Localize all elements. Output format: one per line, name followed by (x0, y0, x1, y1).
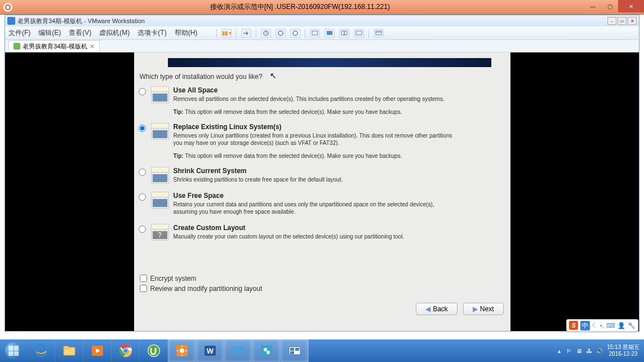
tray-volume-icon[interactable]: 🔊 (596, 347, 603, 355)
taskbar-media[interactable] (83, 339, 112, 362)
vmware-menubar: 文件(F) 编辑(E) 查看(V) 虚拟机(M) 选项卡(T) 帮助(H) ▮▮… (5, 27, 639, 40)
option-title: Use All Space (174, 86, 506, 94)
tray-clock[interactable]: 15:13 星期五 2016-12-23 (607, 344, 639, 357)
toolbar-snapshot-icon[interactable] (261, 29, 271, 38)
taskbar-explorer[interactable] (55, 339, 83, 362)
maximize-button[interactable]: ▢ (601, 0, 618, 12)
option-title: Replace Existing Linux System(s) (174, 123, 506, 131)
svg-rect-7 (344, 31, 347, 35)
encrypt-checkbox[interactable] (140, 275, 147, 282)
menu-file[interactable]: 文件(F) (8, 28, 30, 38)
menu-vm[interactable]: 虚拟机(M) (99, 28, 130, 38)
ime-moon-icon[interactable]: ☾ (592, 322, 598, 329)
menu-edit[interactable]: 编辑(E) (38, 28, 61, 38)
radio-use-all-space[interactable] (139, 88, 146, 95)
toolbar-library-icon[interactable] (374, 29, 384, 38)
review-checkbox-row[interactable]: Review and modify partitioning layout (140, 285, 505, 293)
ime-lang-badge[interactable]: 中 (580, 321, 590, 330)
vmware-maximize-button[interactable]: ▭ (618, 17, 627, 25)
svg-rect-37 (295, 348, 299, 351)
toolbar-send-icon[interactable] (241, 29, 251, 38)
radio-custom[interactable] (139, 226, 146, 233)
option-shrink[interactable]: Shrink Current System Shrinks existing p… (139, 167, 506, 184)
option-replace-linux[interactable]: Replace Existing Linux System(s) Removes… (139, 123, 506, 159)
minimize-button[interactable]: — (584, 0, 601, 12)
tray-display-icon[interactable]: 🖥 (575, 347, 583, 355)
vmware-app-icon (7, 17, 15, 25)
ime-keyboard-icon[interactable]: ⌨ (606, 322, 615, 329)
start-button[interactable] (0, 339, 27, 362)
menu-help[interactable]: 帮助(H) (175, 28, 198, 38)
taskbar-vmware[interactable] (281, 339, 309, 362)
taskbar-chrome[interactable] (112, 339, 140, 362)
svg-rect-38 (290, 351, 294, 354)
option-custom[interactable]: Create Custom Layout Manually create you… (139, 224, 506, 241)
taskbar-app1[interactable] (252, 339, 281, 362)
toolbar-screen2-icon[interactable] (325, 29, 335, 38)
review-label: Review and modify partitioning layout (150, 285, 263, 293)
taskbar-utorrent[interactable] (140, 339, 168, 362)
guest-display[interactable]: ↖ Which type of installation would you l… (5, 52, 639, 331)
vmware-tab-strip: 老男孩教育34期-模版机 ✕ (5, 40, 639, 52)
vmware-close-button[interactable]: ✕ (628, 17, 637, 25)
svg-rect-31 (237, 354, 240, 355)
disk-icon (151, 167, 169, 184)
toolbar-revert-icon[interactable] (276, 29, 286, 38)
arrow-right-icon: ▶ (473, 305, 478, 313)
close-button[interactable]: ✕ (618, 0, 644, 12)
svg-point-33 (264, 348, 267, 351)
svg-point-11 (35, 345, 47, 356)
taskbar-display[interactable] (224, 339, 252, 362)
ime-toolbar[interactable]: S 中 ☾ •, ⌨ 👤 🔧 (566, 319, 638, 332)
toolbar-pause-icon[interactable]: ▮▮ ▾ (221, 29, 232, 38)
option-use-all-space[interactable]: Use All Space Removes all partitions on … (139, 86, 506, 115)
remote-viewer-titlebar: 接收演示或示范中[N] .USER-20160920FW(192.168.11.… (0, 0, 644, 15)
installer-banner (168, 58, 491, 67)
svg-point-23 (180, 348, 184, 353)
radio-shrink[interactable] (139, 169, 146, 176)
remote-viewer-title: 接收演示或示范中[N] .USER-20160920FW(192.168.11.… (16, 2, 584, 12)
toolbar-screen1-icon[interactable] (310, 29, 320, 38)
next-button[interactable]: ▶ Next (463, 303, 504, 315)
vm-tab[interactable]: 老男孩教育34期-模版机 ✕ (8, 40, 100, 52)
svg-rect-9 (376, 31, 381, 35)
menu-view[interactable]: 查看(V) (69, 28, 91, 38)
tray-flag-icon[interactable]: 🏳 (565, 347, 573, 355)
svg-point-34 (267, 351, 270, 354)
vm-tab-label: 老男孩教育34期-模版机 (23, 42, 87, 51)
svg-point-0 (6, 5, 10, 10)
encrypt-checkbox-row[interactable]: Encrypt system (140, 275, 505, 282)
vmware-title: 老男孩教育34期-模版机 - VMware Workstation (17, 17, 607, 25)
disk-icon (151, 192, 169, 209)
option-desc: Removes all partitions on the selected d… (174, 95, 455, 103)
taskbar: W ▴ 🏳 🖥 🖧 🔊 15:13 星期五 2016-12-23 (0, 339, 644, 362)
tray-network-icon[interactable]: 🖧 (585, 347, 593, 355)
svg-rect-36 (290, 348, 294, 351)
option-desc: Shrinks existing partitions to create fr… (174, 176, 455, 184)
svg-point-3 (293, 31, 297, 36)
encrypt-label: Encrypt system (150, 275, 197, 282)
option-free-space[interactable]: Use Free Space Retains your current data… (139, 192, 506, 216)
toolbar-unity-icon[interactable] (339, 29, 349, 38)
radio-free-space[interactable] (139, 193, 146, 201)
vmware-minimize-button[interactable]: – (607, 17, 616, 25)
ime-user-icon[interactable]: 👤 (618, 322, 625, 329)
svg-rect-5 (327, 31, 332, 35)
tray-up-icon[interactable]: ▴ (555, 347, 563, 355)
svg-rect-6 (341, 31, 344, 35)
back-button[interactable]: ◀ Back (416, 303, 458, 315)
ime-punct-icon[interactable]: •, (600, 322, 604, 329)
option-tip: Tip: This option will remove data from t… (174, 109, 506, 115)
taskbar-word[interactable]: W (196, 339, 224, 362)
ime-logo-icon: S (569, 321, 578, 330)
vm-tab-close-icon[interactable]: ✕ (90, 43, 95, 50)
ime-settings-icon[interactable]: 🔧 (628, 322, 636, 329)
toolbar-manage-icon[interactable] (290, 29, 300, 38)
review-checkbox[interactable] (140, 285, 147, 292)
taskbar-ie[interactable] (27, 339, 55, 362)
option-title: Use Free Space (174, 192, 506, 200)
taskbar-sunlogin[interactable] (168, 339, 196, 362)
radio-replace-linux[interactable] (139, 125, 146, 132)
toolbar-fullscreen-icon[interactable] (354, 29, 364, 38)
menu-tabs[interactable]: 选项卡(T) (137, 28, 166, 38)
